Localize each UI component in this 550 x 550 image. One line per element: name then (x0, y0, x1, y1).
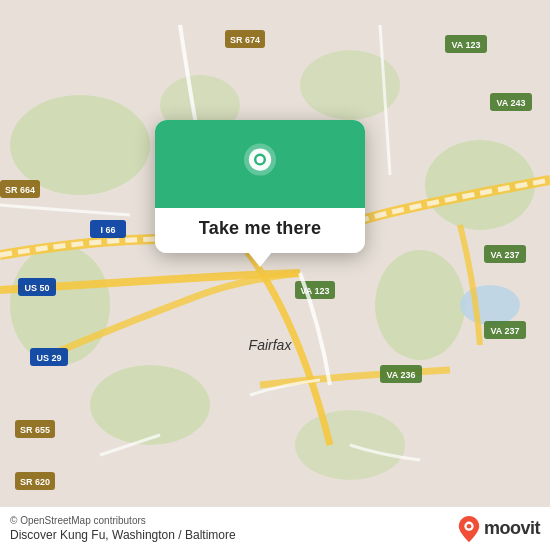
svg-point-8 (460, 285, 520, 325)
svg-text:VA 243: VA 243 (496, 98, 525, 108)
take-me-there-button[interactable]: Take me there (199, 218, 321, 239)
svg-point-6 (90, 365, 210, 445)
svg-text:SR 620: SR 620 (20, 477, 50, 487)
svg-point-40 (255, 155, 265, 165)
svg-text:I 66: I 66 (100, 225, 115, 235)
svg-text:VA 237: VA 237 (490, 326, 519, 336)
svg-text:US 29: US 29 (36, 353, 61, 363)
svg-text:SR 674: SR 674 (230, 35, 260, 45)
svg-text:SR 664: SR 664 (5, 185, 35, 195)
svg-text:VA 236: VA 236 (386, 370, 415, 380)
svg-point-3 (375, 250, 465, 360)
attribution-section: © OpenStreetMap contributors Discover Ku… (10, 515, 236, 542)
popup-header (155, 120, 365, 208)
svg-text:SR 655: SR 655 (20, 425, 50, 435)
moovit-brand-text: moovit (484, 518, 540, 539)
svg-text:Fairfax: Fairfax (249, 337, 293, 353)
popup-action[interactable]: Take me there (155, 208, 365, 253)
svg-point-42 (467, 523, 472, 528)
map-svg: I 66 I 66 US 50 US 29 VA 123 VA 236 VA 2… (0, 0, 550, 550)
map-container: I 66 I 66 US 50 US 29 VA 123 VA 236 VA 2… (0, 0, 550, 550)
attribution-text: © OpenStreetMap contributors (10, 515, 236, 526)
bottom-bar: © OpenStreetMap contributors Discover Ku… (0, 507, 550, 550)
svg-text:US 50: US 50 (24, 283, 49, 293)
svg-text:VA 123: VA 123 (451, 40, 480, 50)
location-label: Discover Kung Fu, Washington / Baltimore (10, 528, 236, 542)
moovit-logo: moovit (458, 516, 540, 542)
moovit-pin-icon (458, 516, 480, 542)
svg-text:VA 237: VA 237 (490, 250, 519, 260)
location-pin-icon (236, 142, 284, 190)
popup-card: Take me there (155, 120, 365, 253)
